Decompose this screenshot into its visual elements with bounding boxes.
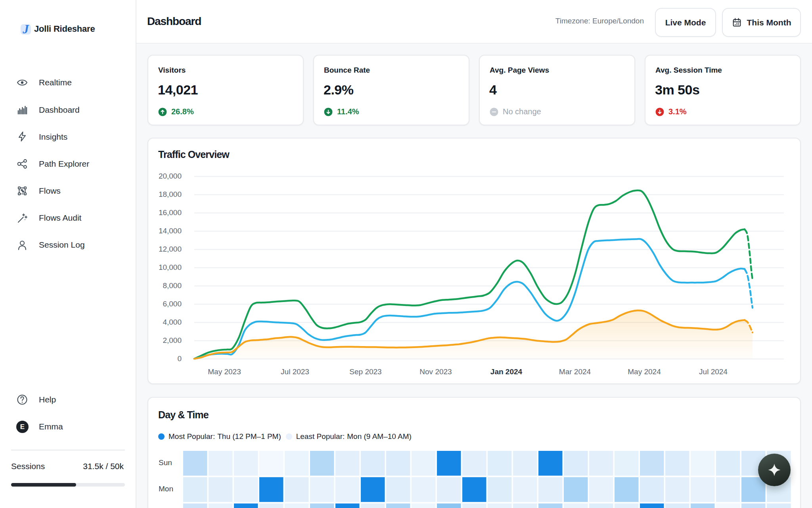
svg-text:Jul 2023: Jul 2023 xyxy=(281,368,309,376)
svg-text:May 2023: May 2023 xyxy=(208,368,241,376)
svg-text:Mar 2024: Mar 2024 xyxy=(559,368,591,376)
svg-text:May 2024: May 2024 xyxy=(628,368,661,376)
svg-text:Jan 2024: Jan 2024 xyxy=(490,368,523,376)
svg-text:Nov 2023: Nov 2023 xyxy=(419,368,452,376)
svg-text:0: 0 xyxy=(177,354,182,363)
svg-text:Jul 2024: Jul 2024 xyxy=(699,368,728,376)
svg-text:16,000: 16,000 xyxy=(159,208,182,217)
svg-text:12,000: 12,000 xyxy=(159,245,182,253)
svg-text:18,000: 18,000 xyxy=(159,190,182,198)
svg-text:4,000: 4,000 xyxy=(163,318,182,326)
svg-text:14,000: 14,000 xyxy=(159,227,182,235)
svg-text:2,000: 2,000 xyxy=(163,336,182,344)
svg-text:8,000: 8,000 xyxy=(163,281,182,290)
svg-text:10,000: 10,000 xyxy=(159,263,182,271)
svg-text:20,000: 20,000 xyxy=(159,172,182,180)
svg-text:Sep 2023: Sep 2023 xyxy=(349,368,381,376)
svg-text:6,000: 6,000 xyxy=(163,300,182,308)
